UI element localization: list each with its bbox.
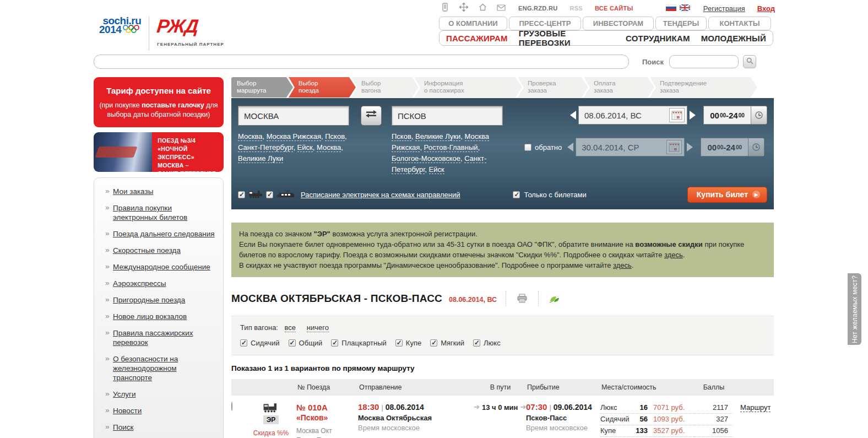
eco-leaf-icon[interactable]	[547, 291, 562, 306]
nav-employees[interactable]: СОТРУДНИКАМ	[626, 34, 690, 43]
seat-row[interactable]: Люкс167071 руб.	[600, 402, 694, 414]
rss-link[interactable]: RSS	[569, 5, 583, 12]
next-date-arrow[interactable]	[690, 111, 696, 120]
filter-lux[interactable]: Люкс	[473, 339, 501, 347]
nav-company[interactable]: О КОМПАНИИ	[439, 17, 507, 30]
only-tickets-checkbox[interactable]	[513, 191, 520, 198]
departure-timezone: Время московское	[358, 424, 474, 432]
sidebar-item-my-orders[interactable]: Мои заказы	[105, 187, 215, 196]
flag-russia-icon[interactable]	[666, 3, 676, 13]
route-details-link[interactable]: Маршрут	[740, 403, 771, 412]
departure-date-field[interactable]: 08.06.2014, ВС	[578, 106, 687, 125]
train-select-radio[interactable]	[231, 402, 232, 411]
station-suggestion-link[interactable]: Ейск	[429, 165, 444, 174]
step-train[interactable]: Выборпоезда	[289, 77, 356, 98]
common-checkbox[interactable]	[289, 339, 296, 347]
station-suggestion-link[interactable]: Москва	[238, 132, 262, 141]
prev-date-arrow[interactable]	[570, 111, 576, 120]
main-search-input[interactable]	[94, 55, 629, 69]
sidebar-item-passenger-rules[interactable]: Правила пассажирских перевозок	[105, 328, 215, 347]
sidebar-item-stations[interactable]: Новое лицо вокзалов	[105, 312, 215, 321]
departure-time: 18:30	[358, 402, 379, 412]
filter-soft[interactable]: Мягкий	[430, 339, 464, 347]
long-distance-checkbox[interactable]	[238, 191, 245, 198]
nav-freight[interactable]: ГРУЗОВЫЕ ПЕРЕВОЗКИ	[519, 29, 615, 47]
station-suggestion-link[interactable]: Москва Рижская	[267, 132, 321, 141]
site-logo[interactable]: sochi.ru 2014 РЖД ГЕНЕРАЛЬНЫЙ ПАРТНЕР	[99, 17, 224, 51]
sidebar-item-services[interactable]: Услуги	[105, 390, 215, 399]
quick-search-input[interactable]	[669, 55, 739, 68]
only-tickets-label: Только с билетами	[524, 191, 586, 199]
platzkart-checkbox[interactable]	[331, 339, 338, 347]
night-express-banner[interactable]: ПОЕЗД №3/4 «НОЧНОЙ ЭКСПРЕСС» МОСКВА – СА…	[94, 132, 224, 172]
station-suggestion-link[interactable]: Ростов-Главный	[424, 143, 478, 152]
print-icon[interactable]	[515, 291, 529, 306]
seat-row[interactable]: Сидячий561093 руб.	[600, 414, 694, 425]
from-station-input[interactable]	[238, 106, 349, 126]
all-sites-link[interactable]: ВСЕ САЙТЫ	[595, 5, 633, 12]
nav-tenders[interactable]: ТЕНДЕРЫ	[655, 17, 707, 30]
nav-youth[interactable]: МОЛОДЕЖНЫЙ	[701, 34, 766, 43]
partner-label: ГЕНЕРАЛЬНЫЙ ПАРТНЕР	[157, 42, 224, 47]
sidebar-item-search[interactable]: Поиск	[105, 423, 215, 432]
eng-site-link[interactable]: ENG.RZD.RU	[518, 5, 557, 12]
station-suggestion-link[interactable]: Санкт-Петербург	[238, 143, 293, 152]
buy-ticket-button[interactable]: Купить билет ▶	[687, 187, 767, 203]
swap-stations-button[interactable]	[361, 106, 382, 126]
calendar-icon[interactable]	[669, 108, 685, 122]
suburban-checkbox[interactable]	[266, 191, 273, 198]
clock-icon[interactable]	[751, 106, 767, 125]
mail-icon[interactable]	[494, 3, 508, 13]
coupe-checkbox[interactable]	[395, 339, 403, 347]
sidebar-item-suburban[interactable]: Пригородные поезда	[105, 295, 215, 305]
sidebar-item-safety[interactable]: О безопасности на железнодорожном трансп…	[105, 354, 215, 382]
station-suggestion-link[interactable]: Великие Луки	[238, 154, 283, 163]
filter-seated[interactable]: Сидячий	[240, 339, 280, 347]
station-suggestion-link[interactable]: Псков	[392, 132, 411, 141]
sidebar-item-aeroexpress[interactable]: Аэроэкспрессы	[105, 279, 215, 288]
search-button[interactable]	[743, 55, 756, 68]
step-route[interactable]: Выбормаршрута	[231, 77, 293, 98]
discount-badge[interactable]: Скидка %%	[246, 429, 296, 437]
login-link[interactable]: Вход	[757, 4, 775, 13]
mobile-icon[interactable]	[438, 3, 452, 14]
return-trip-checkbox[interactable]	[524, 144, 531, 151]
flag-uk-icon[interactable]	[680, 3, 690, 13]
station-suggestion-link[interactable]: Ейск	[297, 143, 313, 152]
return-next-date-arrow[interactable]	[687, 143, 693, 152]
no-desired-seats-tab[interactable]: Нет желаемых мест?	[848, 273, 861, 345]
registration-link[interactable]: Регистрация	[703, 4, 745, 13]
to-station-input[interactable]	[392, 106, 503, 126]
suburban-schedule-link[interactable]: Расписание электричек на схемах направле…	[301, 191, 460, 199]
station-suggestion-link[interactable]: Великие Луки	[415, 132, 460, 141]
sidebar-item-high-speed[interactable]: Скоростные поезда	[105, 246, 215, 255]
filter-common[interactable]: Общий	[289, 339, 323, 347]
sidebar-item-eticket-rules[interactable]: Правила покупки электронных билетов	[105, 203, 215, 222]
tariff-banner[interactable]: Тариф доступен на сайте (при покупке пос…	[94, 77, 224, 127]
only-with-tickets[interactable]: Только с билетами	[513, 191, 586, 199]
dynamic-pricing-link[interactable]: здесь	[613, 261, 632, 269]
lux-checkbox[interactable]	[473, 339, 480, 347]
home-icon[interactable]	[475, 3, 490, 13]
discounts-details-link[interactable]: здесь	[664, 251, 683, 259]
select-all-link[interactable]: все	[285, 323, 296, 332]
sidebar-item-news[interactable]: Новости	[105, 406, 215, 415]
points-value: 327	[694, 414, 733, 425]
sidebar-item-international[interactable]: Международное сообщение	[105, 262, 215, 272]
seat-row[interactable]: Купе1333527 руб.	[600, 425, 694, 437]
sitemap-icon[interactable]	[457, 3, 471, 14]
soft-checkbox[interactable]	[430, 339, 437, 347]
station-suggestion-link[interactable]: Псков	[325, 132, 345, 141]
select-none-link[interactable]: ничего	[307, 323, 329, 332]
sidebar-item-long-distance[interactable]: Поезда дальнего следования	[105, 229, 215, 239]
station-suggestion-link[interactable]: Бологое-Московское	[392, 154, 460, 163]
station-suggestion-link[interactable]: Москва	[317, 143, 341, 152]
return-calendar-icon	[666, 140, 682, 154]
nav-passengers[interactable]: ПАССАЖИРАМ	[446, 34, 508, 43]
filter-coupe[interactable]: Купе	[395, 339, 421, 347]
nav-contacts[interactable]: КОНТАКТЫ	[708, 17, 771, 30]
departure-time-range[interactable]: 0000-2400	[703, 106, 751, 125]
return-prev-date-arrow[interactable]	[567, 143, 573, 152]
seated-checkbox[interactable]	[240, 339, 247, 347]
filter-platzkart[interactable]: Плацкартный	[331, 339, 387, 347]
